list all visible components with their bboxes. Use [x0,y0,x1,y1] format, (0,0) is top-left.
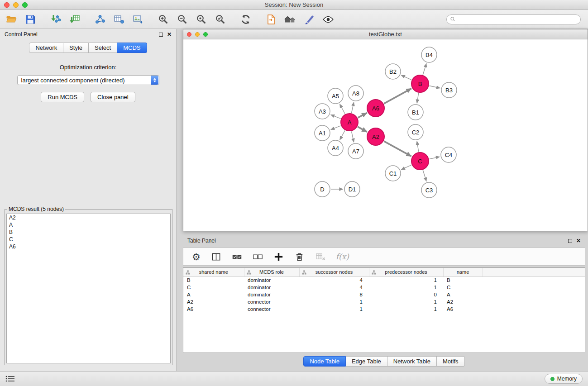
graph-edge-A-A7[interactable] [351,132,354,143]
list-item[interactable]: A2 [7,214,170,221]
search-input[interactable] [458,15,580,24]
function-builder-button[interactable]: f(x) [336,251,349,262]
node-table[interactable]: shared name MCDS role successor nodes pr… [183,267,585,353]
column-header[interactable]: predecessor nodes [369,268,443,276]
graph-edge-B-B3[interactable] [430,86,440,88]
graph-edge-C-C2[interactable] [417,141,419,152]
close-view-button[interactable] [187,32,191,37]
tab-select[interactable]: Select [89,43,117,53]
tab-node-table[interactable]: Node Table [303,356,346,367]
column-header[interactable]: MCDS role [244,268,299,276]
refresh-button[interactable] [239,13,253,26]
graph-node-A2[interactable]: A2 [367,128,384,145]
graph-node-B1[interactable]: B1 [408,105,423,120]
memory-button[interactable]: Memory [545,374,583,384]
graph-node-C3[interactable]: C3 [421,182,437,198]
graph-edge-A6-B[interactable] [384,89,411,104]
network-window-titlebar[interactable]: testGlobe.txt [183,29,588,39]
apply-style-button[interactable] [302,13,316,26]
graph-node-A[interactable]: A [341,114,358,131]
close-panel-icon[interactable]: ✕ [167,32,172,37]
graph-node-A8[interactable]: A8 [348,86,363,101]
minimize-view-button[interactable] [195,32,200,37]
graph-edge-B-B1[interactable] [417,93,419,104]
graph-edge-A-A6[interactable] [358,113,367,118]
column-settings-button[interactable]: ⚙ [192,251,201,262]
list-item[interactable]: A [7,221,170,229]
graph-edge-C-C1[interactable] [401,165,411,170]
graph-node-A3[interactable]: A3 [315,104,330,119]
graph-edge-A-A8[interactable] [351,102,354,113]
graph-node-A1[interactable]: A1 [315,125,330,141]
tab-motifs[interactable]: Motifs [437,356,465,367]
graph-edge-A-A4[interactable] [340,130,345,140]
first-neighbors-button[interactable] [264,13,278,26]
graph-edge-B-B4[interactable] [423,63,426,75]
import-network-button[interactable] [49,13,62,26]
graph-node-A4[interactable]: A4 [328,140,343,156]
add-row-button[interactable] [273,251,284,262]
tab-network[interactable]: Network [29,43,63,53]
graph-node-A7[interactable]: A7 [348,143,363,159]
close-window-button[interactable] [4,2,10,8]
show-columns-button[interactable] [211,251,221,262]
graph-edge-C-C4[interactable] [429,157,440,159]
zoom-in-button[interactable] [157,13,170,26]
float-panel-icon[interactable] [159,33,163,37]
export-table-button[interactable] [112,13,126,26]
column-header[interactable]: successor nodes [299,268,369,276]
tab-style[interactable]: Style [63,43,89,53]
task-history-button[interactable] [5,375,15,382]
network-graph[interactable]: B4B2BB3A5A8A6A3B1AC2A1A2A4A7C4CC1C3DD1 [183,39,588,231]
zoom-out-button[interactable] [176,13,189,26]
column-header[interactable]: name [443,268,483,276]
graph-node-B4[interactable]: B4 [421,47,437,62]
column-header[interactable]: shared name [183,268,244,276]
graph-edge-C-C3[interactable] [423,170,426,181]
graph-edge-A-A3[interactable] [331,114,341,119]
tab-mcds[interactable]: MCDS [117,43,147,53]
graph-edge-A-A2[interactable] [358,127,367,132]
graph-node-D1[interactable]: D1 [344,181,360,197]
table-row[interactable]: Bdominator 41 B [183,276,585,284]
deselect-all-button[interactable] [253,251,263,262]
graph-edge-B-B2[interactable] [401,75,411,80]
new-network-button[interactable] [93,13,107,26]
table-row[interactable]: Adominator 80 A [183,291,585,298]
import-table-button[interactable] [68,13,81,26]
graph-node-D[interactable]: D [315,181,330,197]
graph-node-C1[interactable]: C1 [385,166,401,181]
graph-node-B3[interactable]: B3 [441,82,457,98]
close-panel-button[interactable]: Close panel [91,92,135,102]
run-mcds-button[interactable]: Run MCDS [41,92,84,102]
graph-node-A6[interactable]: A6 [367,100,384,117]
list-item[interactable]: B [7,229,170,236]
graph-node-C[interactable]: C [411,152,429,170]
show-hide-button[interactable] [321,13,335,26]
network-canvas[interactable]: B4B2BB3A5A8A6A3B1AC2A1A2A4A7C4CC1C3DD1 [183,39,588,231]
zoom-selected-button[interactable] [214,13,227,26]
list-item[interactable]: A6 [7,243,170,250]
graph-edge-A-A5[interactable] [339,104,345,114]
zoom-fit-button[interactable] [195,13,208,26]
open-session-button[interactable] [5,13,18,26]
graph-node-A5[interactable]: A5 [328,88,343,104]
graph-edge-A2-C[interactable] [384,141,411,156]
table-row[interactable]: A6connector 11 A6 [183,305,585,313]
close-table-panel-icon[interactable]: ✕ [576,238,581,243]
graph-node-C2[interactable]: C2 [408,124,423,140]
graph-edge-A-A1[interactable] [331,126,341,130]
export-image-button[interactable] [131,13,145,26]
zoom-view-button[interactable] [203,32,208,37]
table-row[interactable]: Cdominator 41 C [183,284,585,291]
float-table-panel-icon[interactable] [568,239,572,243]
tab-edge-table[interactable]: Edge Table [346,356,387,367]
mcds-result-list[interactable]: A2 A B C A6 [6,214,171,363]
optimization-criterion-dropdown[interactable]: largest connected component (directed) [17,75,159,85]
graph-node-B[interactable]: B [411,75,429,92]
minimize-window-button[interactable] [13,2,19,8]
graph-node-B2[interactable]: B2 [385,64,401,79]
delete-table-button[interactable] [315,251,325,262]
select-all-button[interactable] [232,251,242,262]
delete-rows-button[interactable] [294,251,305,262]
